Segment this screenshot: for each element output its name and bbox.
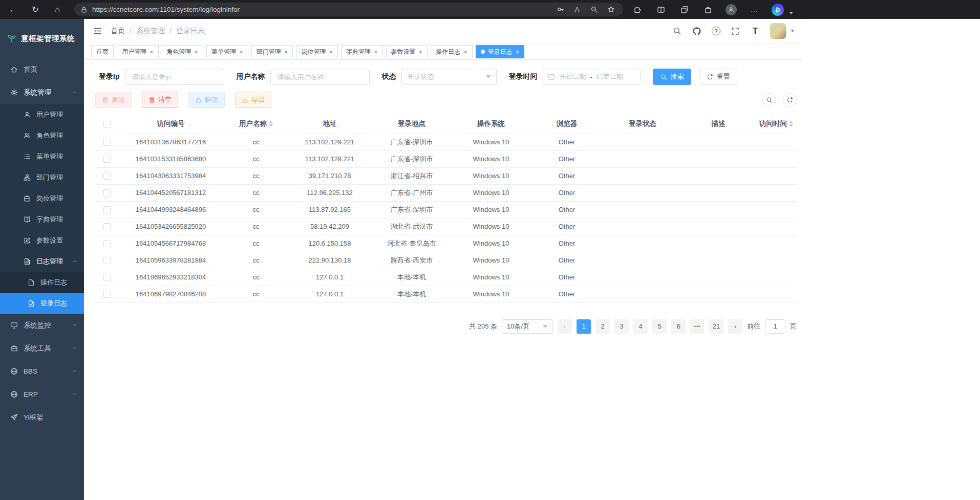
col-visit-time[interactable]: 访问时间 [756,115,797,134]
col-user-name[interactable]: 用户名称 [223,115,289,134]
sidebar-toggle[interactable] [90,24,104,38]
close-icon[interactable]: × [463,49,467,55]
row-checkbox[interactable] [103,223,111,230]
page-button[interactable]: 5 [652,319,667,334]
page-button[interactable]: 6 [671,319,686,334]
table-row[interactable]: 1641031533185863680cc113.102.129.221广东省-… [95,150,797,167]
close-icon[interactable]: × [284,49,288,55]
table-row[interactable]: 1641053426655825920cc58.19.42.209湖北省-武汉市… [95,218,797,235]
page-size-select[interactable]: 10条/页 [502,319,553,334]
app-logo[interactable]: 意框架管理系统 [0,19,84,58]
table-row[interactable]: 1641043063331753984cc39.171.210.78浙江省-绍兴… [95,167,797,184]
row-checkbox[interactable] [103,189,111,197]
toggle-search-button[interactable] [762,93,776,107]
sidebar-item-login-log[interactable]: 登录日志 [0,293,84,314]
extensions-icon[interactable] [631,4,644,16]
row-checkbox[interactable] [103,291,111,298]
prev-page-button[interactable]: ‹ [558,319,572,334]
browser-home-button[interactable]: ⌂ [49,2,66,17]
sidebar-item-bbs[interactable]: BBS [0,360,84,383]
shopping-icon[interactable] [702,4,714,16]
tab-dept-mgmt[interactable]: 部门管理× [251,45,293,58]
sidebar-item-operation-log[interactable]: 操作日志 [0,272,84,293]
table-row[interactable]: 1641054566717984768cc120.6.150.158河北省-秦皇… [95,235,797,252]
avatar-caret-icon[interactable] [791,30,795,32]
sidebar-item-sys-tools[interactable]: 系统工具 [0,337,84,360]
user-avatar[interactable] [770,23,786,39]
tab-login-log[interactable]: 登录日志× [476,45,525,58]
password-key-icon[interactable] [554,4,566,16]
next-page-button[interactable]: › [728,319,742,334]
font-size-icon[interactable]: T [750,26,760,36]
table-row[interactable]: 1641069798270046208cc127.0.0.1本地-本机Windo… [95,286,797,302]
table-row[interactable]: 1641069652933218304cc127.0.0.1本地-本机Windo… [95,269,797,286]
sort-icon[interactable] [789,121,793,127]
user-name-input[interactable] [270,69,370,85]
sidebar-item-dict-mgmt[interactable]: 字典管理 [0,209,84,230]
header-search-icon[interactable] [672,26,682,36]
tab-dict-mgmt[interactable]: 字典管理× [341,45,383,58]
sidebar-item-param-settings[interactable]: 参数设置 [0,230,84,251]
tab-post-mgmt[interactable]: 岗位管理× [296,45,338,58]
row-checkbox[interactable] [103,139,111,146]
sort-icon[interactable] [269,121,273,127]
zoom-out-icon[interactable] [588,4,600,16]
clear-button[interactable]: 清空 [142,92,178,108]
sidebar-item-post-mgmt[interactable]: 岗位管理 [0,188,84,209]
row-checkbox[interactable] [103,206,111,213]
browser-reload-button[interactable]: ↻ [27,2,44,17]
row-checkbox[interactable] [103,274,111,281]
help-icon[interactable]: ? [712,27,720,35]
page-button[interactable]: 21 [709,319,723,334]
row-checkbox[interactable] [103,156,111,163]
page-button[interactable]: 1 [577,319,591,334]
address-bar[interactable]: https://ccnetcore.com:1101/system/log/lo… [74,3,623,16]
tab-menu-mgmt[interactable]: 菜单管理× [206,45,248,58]
table-row[interactable]: 1641059633978281984cc222.90.130.18陕西省-西安… [95,252,797,269]
page-button[interactable]: 2 [595,319,610,334]
login-ip-input[interactable] [125,69,224,85]
sidebar-item-menu-mgmt[interactable]: 菜单管理 [0,146,84,167]
browser-back-button[interactable]: ← [5,2,22,17]
sidebar-item-home[interactable]: 首页 [0,58,84,81]
bing-icon[interactable]: b [772,4,784,16]
tab-operation-log[interactable]: 操作日志× [431,45,473,58]
row-checkbox[interactable] [103,172,111,180]
table-row[interactable]: 1641044993248464896cc113.87.92.165广东省-深圳… [95,201,797,218]
sidebar-item-erp[interactable]: ERP [0,383,84,406]
tab-role-mgmt[interactable]: 角色管理× [162,45,204,58]
bing-caret-icon[interactable] [789,12,793,14]
sidebar-item-log-mgmt[interactable]: 日志管理 [0,251,84,272]
export-button[interactable]: 导出 [235,92,271,108]
sidebar-item-user-mgmt[interactable]: 用户管理 [0,104,84,125]
select-all-checkbox[interactable] [103,121,111,128]
sidebar-item-sys-monitor[interactable]: 系统监控 [0,314,84,337]
sidebar-item-yi-framework[interactable]: Yi框架 [0,406,84,429]
close-icon[interactable]: × [374,49,378,55]
split-screen-icon[interactable] [655,4,667,16]
row-checkbox[interactable] [103,240,111,247]
browser-menu-icon[interactable]: … [748,4,760,16]
reset-button[interactable]: 重置 [699,69,737,85]
close-icon[interactable]: × [419,49,423,55]
close-icon[interactable]: × [329,49,333,55]
sidebar-item-role-mgmt[interactable]: 角色管理 [0,125,84,146]
close-icon[interactable]: × [195,49,199,55]
page-button[interactable]: 4 [633,319,648,334]
close-icon[interactable]: × [516,49,520,55]
collections-icon[interactable] [678,4,691,16]
read-aloud-icon[interactable]: A [571,4,583,16]
tab-param-settings[interactable]: 参数设置× [386,45,428,58]
status-select[interactable]: 登录状态 [401,69,497,85]
breadcrumb-home[interactable]: 首页 [111,27,125,36]
github-icon[interactable] [692,26,702,36]
tab-home[interactable]: 首页 [91,45,114,58]
sidebar-item-dept-mgmt[interactable]: 部门管理 [0,167,84,188]
browser-profile-avatar[interactable] [726,4,737,15]
page-button[interactable]: 3 [614,319,629,334]
delete-button[interactable]: 删除 [95,92,132,108]
favorites-star-icon[interactable] [605,4,617,16]
sidebar-item-system-mgmt[interactable]: 系统管理 [0,81,84,104]
table-row[interactable]: 1641031367863177216cc113.102.129.221广东省-… [95,134,797,150]
goto-page-input[interactable] [765,319,785,334]
